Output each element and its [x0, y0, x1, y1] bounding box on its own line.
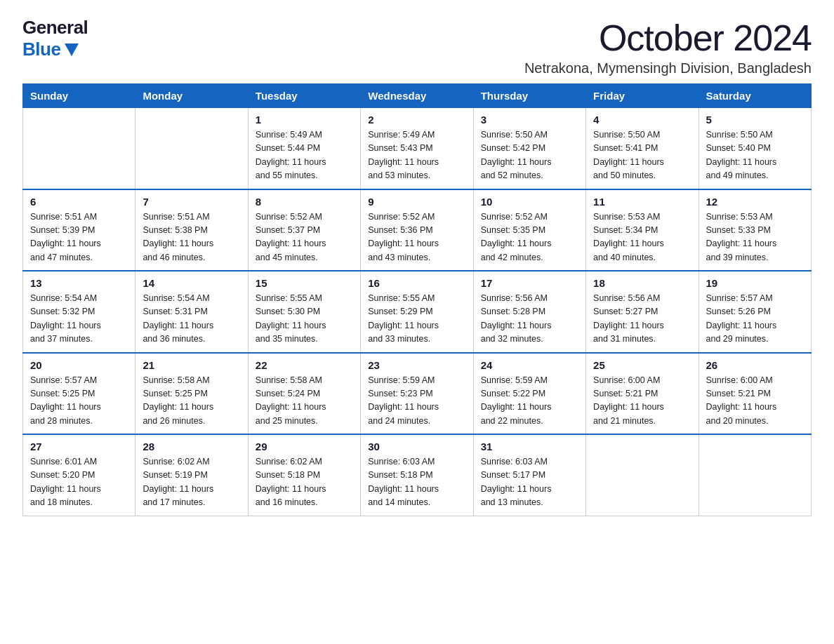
calendar-cell: 28Sunrise: 6:02 AMSunset: 5:19 PMDayligh…: [135, 434, 248, 516]
week-row-3: 13Sunrise: 5:54 AMSunset: 5:32 PMDayligh…: [23, 271, 812, 353]
calendar-cell: 11Sunrise: 5:53 AMSunset: 5:34 PMDayligh…: [586, 189, 699, 271]
calendar-cell: 3Sunrise: 5:50 AMSunset: 5:42 PMDaylight…: [473, 108, 585, 189]
calendar-cell: 5Sunrise: 5:50 AMSunset: 5:40 PMDaylight…: [699, 108, 811, 189]
calendar-cell: 17Sunrise: 5:56 AMSunset: 5:28 PMDayligh…: [473, 271, 585, 353]
day-info: Sunrise: 6:03 AMSunset: 5:17 PMDaylight:…: [481, 455, 578, 510]
day-number: 16: [368, 277, 465, 289]
day-info: Sunrise: 5:58 AMSunset: 5:25 PMDaylight:…: [143, 374, 240, 429]
day-number: 27: [30, 441, 128, 452]
day-info: Sunrise: 5:55 AMSunset: 5:29 PMDaylight:…: [368, 292, 465, 347]
day-info: Sunrise: 5:56 AMSunset: 5:27 PMDaylight:…: [593, 292, 691, 347]
weekday-header-saturday: Saturday: [699, 84, 811, 108]
weekday-header-row: SundayMondayTuesdayWednesdayThursdayFrid…: [23, 84, 812, 108]
calendar-cell: [586, 434, 699, 516]
day-number: 23: [368, 359, 465, 371]
calendar-cell: 27Sunrise: 6:01 AMSunset: 5:20 PMDayligh…: [23, 434, 135, 516]
day-number: 8: [256, 196, 353, 208]
day-info: Sunrise: 5:52 AMSunset: 5:36 PMDaylight:…: [368, 210, 465, 265]
week-row-5: 27Sunrise: 6:01 AMSunset: 5:20 PMDayligh…: [23, 434, 812, 516]
day-number: 28: [143, 441, 240, 452]
day-number: 6: [30, 196, 128, 208]
day-info: Sunrise: 5:54 AMSunset: 5:31 PMDaylight:…: [143, 292, 240, 347]
day-number: 24: [481, 359, 578, 371]
calendar-cell: 19Sunrise: 5:57 AMSunset: 5:26 PMDayligh…: [699, 271, 811, 353]
day-info: Sunrise: 5:59 AMSunset: 5:22 PMDaylight:…: [481, 374, 578, 429]
day-number: 1: [256, 114, 353, 126]
calendar-cell: 12Sunrise: 5:53 AMSunset: 5:33 PMDayligh…: [699, 189, 811, 271]
calendar-cell: 21Sunrise: 5:58 AMSunset: 5:25 PMDayligh…: [135, 353, 248, 435]
calendar-cell: 18Sunrise: 5:56 AMSunset: 5:27 PMDayligh…: [586, 271, 699, 353]
calendar-cell: 1Sunrise: 5:49 AMSunset: 5:44 PMDaylight…: [248, 108, 360, 189]
week-row-2: 6Sunrise: 5:51 AMSunset: 5:39 PMDaylight…: [23, 189, 812, 271]
day-info: Sunrise: 5:56 AMSunset: 5:28 PMDaylight:…: [481, 292, 578, 347]
day-info: Sunrise: 5:50 AMSunset: 5:40 PMDaylight:…: [706, 128, 804, 183]
day-info: Sunrise: 5:50 AMSunset: 5:42 PMDaylight:…: [481, 128, 578, 183]
week-row-1: 1Sunrise: 5:49 AMSunset: 5:44 PMDaylight…: [23, 108, 812, 189]
calendar-cell: 23Sunrise: 5:59 AMSunset: 5:23 PMDayligh…: [361, 353, 473, 435]
calendar-cell: 25Sunrise: 6:00 AMSunset: 5:21 PMDayligh…: [586, 353, 699, 435]
title-block: October 2024 Netrakona, Mymensingh Divis…: [524, 17, 812, 76]
calendar-cell: [23, 108, 135, 189]
logo-blue-text: Blue: [22, 39, 88, 60]
day-number: 22: [256, 359, 353, 371]
calendar-cell: 30Sunrise: 6:03 AMSunset: 5:18 PMDayligh…: [361, 434, 473, 516]
day-number: 17: [481, 277, 578, 289]
day-number: 18: [593, 277, 691, 289]
calendar-cell: 20Sunrise: 5:57 AMSunset: 5:25 PMDayligh…: [23, 353, 135, 435]
weekday-header-wednesday: Wednesday: [361, 84, 473, 108]
day-info: Sunrise: 5:52 AMSunset: 5:35 PMDaylight:…: [481, 210, 578, 265]
calendar-table: SundayMondayTuesdayWednesdayThursdayFrid…: [22, 83, 812, 516]
calendar-cell: [699, 434, 811, 516]
calendar-cell: 26Sunrise: 6:00 AMSunset: 5:21 PMDayligh…: [699, 353, 811, 435]
logo-triangle-icon: [65, 43, 79, 56]
week-row-4: 20Sunrise: 5:57 AMSunset: 5:25 PMDayligh…: [23, 353, 812, 435]
day-info: Sunrise: 5:59 AMSunset: 5:23 PMDaylight:…: [368, 374, 465, 429]
day-info: Sunrise: 5:50 AMSunset: 5:41 PMDaylight:…: [593, 128, 691, 183]
day-info: Sunrise: 5:51 AMSunset: 5:38 PMDaylight:…: [143, 210, 240, 265]
calendar-cell: 22Sunrise: 5:58 AMSunset: 5:24 PMDayligh…: [248, 353, 360, 435]
day-info: Sunrise: 6:02 AMSunset: 5:19 PMDaylight:…: [143, 455, 240, 510]
day-info: Sunrise: 5:57 AMSunset: 5:25 PMDaylight:…: [30, 374, 128, 429]
weekday-header-tuesday: Tuesday: [248, 84, 360, 108]
calendar-cell: 29Sunrise: 6:02 AMSunset: 5:18 PMDayligh…: [248, 434, 360, 516]
day-info: Sunrise: 5:54 AMSunset: 5:32 PMDaylight:…: [30, 292, 128, 347]
day-info: Sunrise: 5:49 AMSunset: 5:44 PMDaylight:…: [256, 128, 353, 183]
calendar-cell: 2Sunrise: 5:49 AMSunset: 5:43 PMDaylight…: [361, 108, 473, 189]
weekday-header-sunday: Sunday: [23, 84, 135, 108]
day-number: 30: [368, 441, 465, 452]
month-title: October 2024: [524, 17, 812, 59]
logo-general-text: General: [22, 17, 88, 39]
calendar-cell: 7Sunrise: 5:51 AMSunset: 5:38 PMDaylight…: [135, 189, 248, 271]
page-header: General Blue October 2024 Netrakona, Mym…: [22, 17, 812, 76]
day-info: Sunrise: 6:00 AMSunset: 5:21 PMDaylight:…: [706, 374, 804, 429]
calendar-cell: 10Sunrise: 5:52 AMSunset: 5:35 PMDayligh…: [473, 189, 585, 271]
day-info: Sunrise: 6:01 AMSunset: 5:20 PMDaylight:…: [30, 455, 128, 510]
day-number: 13: [30, 277, 128, 289]
calendar-cell: 9Sunrise: 5:52 AMSunset: 5:36 PMDaylight…: [361, 189, 473, 271]
day-number: 25: [593, 359, 691, 371]
day-info: Sunrise: 5:52 AMSunset: 5:37 PMDaylight:…: [256, 210, 353, 265]
logo: General Blue: [22, 17, 88, 60]
weekday-header-thursday: Thursday: [473, 84, 585, 108]
day-number: 26: [706, 359, 804, 371]
day-info: Sunrise: 5:58 AMSunset: 5:24 PMDaylight:…: [256, 374, 353, 429]
calendar-cell: 16Sunrise: 5:55 AMSunset: 5:29 PMDayligh…: [361, 271, 473, 353]
day-number: 10: [481, 196, 578, 208]
calendar-cell: 31Sunrise: 6:03 AMSunset: 5:17 PMDayligh…: [473, 434, 585, 516]
day-number: 4: [593, 114, 691, 126]
day-info: Sunrise: 5:49 AMSunset: 5:43 PMDaylight:…: [368, 128, 465, 183]
day-info: Sunrise: 6:02 AMSunset: 5:18 PMDaylight:…: [256, 455, 353, 510]
day-number: 2: [368, 114, 465, 126]
day-number: 20: [30, 359, 128, 371]
day-info: Sunrise: 6:03 AMSunset: 5:18 PMDaylight:…: [368, 455, 465, 510]
day-number: 7: [143, 196, 240, 208]
weekday-header-monday: Monday: [135, 84, 248, 108]
day-number: 14: [143, 277, 240, 289]
day-number: 19: [706, 277, 804, 289]
calendar-cell: 6Sunrise: 5:51 AMSunset: 5:39 PMDaylight…: [23, 189, 135, 271]
day-number: 3: [481, 114, 578, 126]
day-info: Sunrise: 6:00 AMSunset: 5:21 PMDaylight:…: [593, 374, 691, 429]
calendar-cell: [135, 108, 248, 189]
day-number: 11: [593, 196, 691, 208]
day-number: 12: [706, 196, 804, 208]
